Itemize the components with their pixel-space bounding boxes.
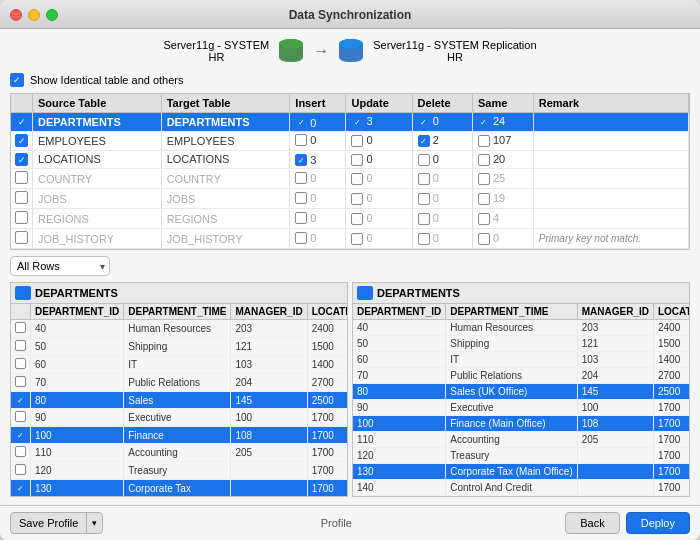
same-cell: 19 [472,189,533,209]
left-row-cb[interactable] [11,320,31,338]
left-cell-id: 50 [31,338,124,356]
left-cell-loc: 2700 [307,374,348,392]
left-cell-id: 100 [31,427,124,444]
left-cell-time: IT [124,356,231,374]
left-cell-loc: 1700 [307,409,348,427]
right-cell-time: Human Resources [446,320,577,336]
insert-cell: 0 [290,169,346,189]
left-row-cb[interactable] [11,374,31,392]
right-cell-id: 110 [353,432,446,448]
right-cell-loc: 2400 [653,320,690,336]
same-cell: 25 [472,169,533,189]
row-checkbox[interactable] [15,231,28,244]
left-col-mgr: MANAGER_ID [231,304,307,320]
left-row-cb[interactable] [11,462,31,480]
insert-cell: ✓0 [290,113,346,132]
left-cell-id: 70 [31,374,124,392]
update-cell: 0 [346,131,412,150]
deploy-button[interactable]: Deploy [626,512,690,534]
right-cell-mgr: 203 [577,320,653,336]
left-row-cb[interactable] [11,338,31,356]
save-profile-dropdown-icon[interactable]: ▾ [87,514,102,532]
left-dept-header: DEPARTMENTS [10,282,348,303]
left-cell-id: 40 [31,320,124,338]
profile-label: Profile [321,517,352,529]
back-button[interactable]: Back [565,512,619,534]
right-cell-mgr: 121 [577,336,653,352]
close-button[interactable] [10,9,22,21]
source-table-cell: LOCATIONS [33,150,162,169]
row-checkbox[interactable] [15,211,28,224]
filter-select-wrapper[interactable]: All Rows Different Rows Same Rows [10,256,110,276]
title-bar: Data Synchronization [0,0,700,29]
left-row-cb[interactable]: ✓ [11,392,31,409]
row-checkbox[interactable] [15,171,28,184]
dest-db-icon [337,37,365,65]
row-checkbox[interactable] [15,191,28,204]
right-cell-loc: 1700 [653,448,690,464]
right-col-mgr: MANAGER_ID [577,304,653,320]
col-remark: Remark [533,94,688,113]
right-cell-loc: 1700 [653,464,690,480]
same-cell: 107 [472,131,533,150]
left-row-cb[interactable] [11,356,31,374]
left-cell-time: Public Relations [124,374,231,392]
left-cell-mgr: 204 [231,374,307,392]
left-cell-loc: 1400 [307,356,348,374]
table-row-cb: ✓ [11,131,33,150]
right-cell-time: Public Relations [446,368,577,384]
source-table-cell: JOB_HISTORY [33,229,162,249]
right-cell-time: Shipping [446,336,577,352]
filter-select[interactable]: All Rows Different Rows Same Rows [10,256,110,276]
right-cell-id: 120 [353,448,446,464]
svg-point-3 [339,39,363,49]
source-table-cell: COUNTRY [33,169,162,189]
target-table-cell: REGIONS [161,209,290,229]
row-checkbox[interactable]: ✓ [15,134,28,147]
right-cell-mgr: 103 [577,352,653,368]
save-profile-button[interactable]: Save Profile ▾ [10,512,103,534]
left-cell-mgr: 108 [231,427,307,444]
right-cell-id: 80 [353,384,446,400]
table-row-cb [11,209,33,229]
dest-server-line2: HR [447,51,463,63]
left-cell-mgr: 205 [231,444,307,462]
right-cell-id: 90 [353,400,446,416]
delete-cell: ✓ 2 [412,131,472,150]
right-table-wrapper[interactable]: DEPARTMENT_ID DEPARTMENT_TIME MANAGER_ID… [352,303,690,497]
left-row-cb[interactable] [11,444,31,462]
row-checkbox[interactable]: ✓ [15,153,28,166]
left-cell-mgr: 121 [231,338,307,356]
minimize-button[interactable] [28,9,40,21]
left-table-wrapper[interactable]: DEPARTMENT_ID DEPARTMENT_TIME MANAGER_ID… [10,303,348,497]
left-cell-time: Treasury [124,462,231,480]
right-cell-id: 70 [353,368,446,384]
delete-cell: ✓ 0 [412,113,472,132]
table-row-cb: ✓ [11,113,33,132]
remark-cell [533,169,688,189]
right-cell-mgr: 145 [577,384,653,400]
left-cell-mgr [231,462,307,480]
arrow-icon: → [313,42,329,60]
left-cell-id: 60 [31,356,124,374]
show-identical-checkbox[interactable]: ✓ [10,73,24,87]
same-cell: 20 [472,150,533,169]
left-row-cb[interactable]: ✓ [11,427,31,444]
left-row-cb[interactable] [11,497,31,498]
left-col-loc: LOCATI [307,304,348,320]
left-cell-time: Accounting [124,444,231,462]
left-cell-mgr: 103 [231,356,307,374]
insert-cell: 0 [290,189,346,209]
maximize-button[interactable] [46,9,58,21]
dest-server-line1: Server11g - SYSTEM Replication [373,39,536,51]
left-row-cb[interactable]: ✓ [11,480,31,497]
left-cell-id: 130 [31,480,124,497]
same-cell: 4 [472,209,533,229]
right-cell-time: Executive [446,400,577,416]
target-table-cell: LOCATIONS [161,150,290,169]
left-row-cb[interactable] [11,409,31,427]
right-dept-title: DEPARTMENTS [377,287,460,299]
row-checkbox[interactable]: ✓ [15,116,28,129]
right-col-time: DEPARTMENT_TIME [446,304,577,320]
left-col-id: DEPARTMENT_ID [31,304,124,320]
